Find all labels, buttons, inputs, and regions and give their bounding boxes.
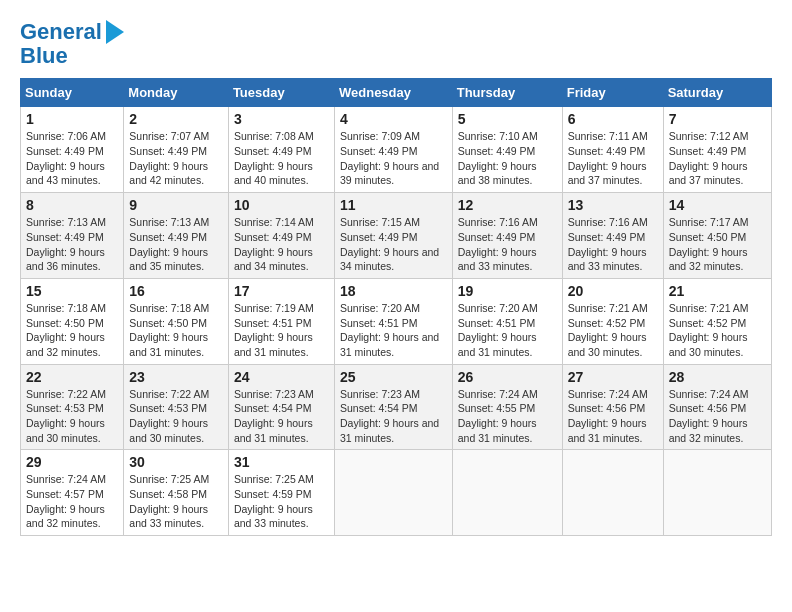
day-number: 20 — [568, 283, 658, 299]
calendar-week-row: 1Sunrise: 7:06 AMSunset: 4:49 PMDaylight… — [21, 107, 772, 193]
table-row: 27Sunrise: 7:24 AMSunset: 4:56 PMDayligh… — [562, 364, 663, 450]
calendar-header: Sunday Monday Tuesday Wednesday Thursday… — [21, 79, 772, 107]
table-row — [334, 450, 452, 536]
col-saturday: Saturday — [663, 79, 771, 107]
day-info: Sunrise: 7:08 AMSunset: 4:49 PMDaylight:… — [234, 130, 314, 186]
table-row: 24Sunrise: 7:23 AMSunset: 4:54 PMDayligh… — [228, 364, 334, 450]
day-number: 5 — [458, 111, 557, 127]
day-number: 18 — [340, 283, 447, 299]
day-number: 16 — [129, 283, 223, 299]
table-row — [452, 450, 562, 536]
table-row: 21Sunrise: 7:21 AMSunset: 4:52 PMDayligh… — [663, 278, 771, 364]
col-sunday: Sunday — [21, 79, 124, 107]
day-info: Sunrise: 7:17 AMSunset: 4:50 PMDaylight:… — [669, 216, 749, 272]
day-number: 23 — [129, 369, 223, 385]
table-row: 8Sunrise: 7:13 AMSunset: 4:49 PMDaylight… — [21, 193, 124, 279]
day-info: Sunrise: 7:24 AMSunset: 4:56 PMDaylight:… — [669, 388, 749, 444]
col-thursday: Thursday — [452, 79, 562, 107]
header-row: Sunday Monday Tuesday Wednesday Thursday… — [21, 79, 772, 107]
logo-blue-text: Blue — [20, 44, 68, 68]
table-row: 12Sunrise: 7:16 AMSunset: 4:49 PMDayligh… — [452, 193, 562, 279]
calendar-week-row: 22Sunrise: 7:22 AMSunset: 4:53 PMDayligh… — [21, 364, 772, 450]
table-row: 11Sunrise: 7:15 AMSunset: 4:49 PMDayligh… — [334, 193, 452, 279]
day-info: Sunrise: 7:24 AMSunset: 4:56 PMDaylight:… — [568, 388, 648, 444]
col-monday: Monday — [124, 79, 229, 107]
table-row: 13Sunrise: 7:16 AMSunset: 4:49 PMDayligh… — [562, 193, 663, 279]
day-number: 30 — [129, 454, 223, 470]
table-row: 22Sunrise: 7:22 AMSunset: 4:53 PMDayligh… — [21, 364, 124, 450]
day-number: 22 — [26, 369, 118, 385]
day-number: 10 — [234, 197, 329, 213]
table-row: 10Sunrise: 7:14 AMSunset: 4:49 PMDayligh… — [228, 193, 334, 279]
day-number: 26 — [458, 369, 557, 385]
logo-text: General — [20, 20, 102, 44]
table-row: 25Sunrise: 7:23 AMSunset: 4:54 PMDayligh… — [334, 364, 452, 450]
day-info: Sunrise: 7:25 AMSunset: 4:58 PMDaylight:… — [129, 473, 209, 529]
table-row: 3Sunrise: 7:08 AMSunset: 4:49 PMDaylight… — [228, 107, 334, 193]
day-info: Sunrise: 7:21 AMSunset: 4:52 PMDaylight:… — [568, 302, 648, 358]
table-row: 14Sunrise: 7:17 AMSunset: 4:50 PMDayligh… — [663, 193, 771, 279]
day-info: Sunrise: 7:13 AMSunset: 4:49 PMDaylight:… — [26, 216, 106, 272]
header: General Blue — [20, 20, 772, 68]
col-friday: Friday — [562, 79, 663, 107]
day-number: 3 — [234, 111, 329, 127]
calendar-week-row: 8Sunrise: 7:13 AMSunset: 4:49 PMDaylight… — [21, 193, 772, 279]
table-row — [663, 450, 771, 536]
col-tuesday: Tuesday — [228, 79, 334, 107]
day-info: Sunrise: 7:16 AMSunset: 4:49 PMDaylight:… — [458, 216, 538, 272]
table-row: 9Sunrise: 7:13 AMSunset: 4:49 PMDaylight… — [124, 193, 229, 279]
day-number: 13 — [568, 197, 658, 213]
day-info: Sunrise: 7:23 AMSunset: 4:54 PMDaylight:… — [340, 388, 439, 444]
day-number: 27 — [568, 369, 658, 385]
table-row: 29Sunrise: 7:24 AMSunset: 4:57 PMDayligh… — [21, 450, 124, 536]
day-info: Sunrise: 7:22 AMSunset: 4:53 PMDaylight:… — [129, 388, 209, 444]
day-info: Sunrise: 7:12 AMSunset: 4:49 PMDaylight:… — [669, 130, 749, 186]
day-number: 31 — [234, 454, 329, 470]
day-number: 28 — [669, 369, 766, 385]
table-row: 1Sunrise: 7:06 AMSunset: 4:49 PMDaylight… — [21, 107, 124, 193]
day-info: Sunrise: 7:19 AMSunset: 4:51 PMDaylight:… — [234, 302, 314, 358]
day-number: 2 — [129, 111, 223, 127]
day-number: 7 — [669, 111, 766, 127]
day-info: Sunrise: 7:18 AMSunset: 4:50 PMDaylight:… — [129, 302, 209, 358]
table-row: 6Sunrise: 7:11 AMSunset: 4:49 PMDaylight… — [562, 107, 663, 193]
day-info: Sunrise: 7:06 AMSunset: 4:49 PMDaylight:… — [26, 130, 106, 186]
day-info: Sunrise: 7:22 AMSunset: 4:53 PMDaylight:… — [26, 388, 106, 444]
day-info: Sunrise: 7:07 AMSunset: 4:49 PMDaylight:… — [129, 130, 209, 186]
day-info: Sunrise: 7:20 AMSunset: 4:51 PMDaylight:… — [340, 302, 439, 358]
table-row: 31Sunrise: 7:25 AMSunset: 4:59 PMDayligh… — [228, 450, 334, 536]
table-row: 17Sunrise: 7:19 AMSunset: 4:51 PMDayligh… — [228, 278, 334, 364]
day-info: Sunrise: 7:16 AMSunset: 4:49 PMDaylight:… — [568, 216, 648, 272]
table-row: 7Sunrise: 7:12 AMSunset: 4:49 PMDaylight… — [663, 107, 771, 193]
day-info: Sunrise: 7:10 AMSunset: 4:49 PMDaylight:… — [458, 130, 538, 186]
day-number: 9 — [129, 197, 223, 213]
day-number: 6 — [568, 111, 658, 127]
day-number: 19 — [458, 283, 557, 299]
table-row: 23Sunrise: 7:22 AMSunset: 4:53 PMDayligh… — [124, 364, 229, 450]
table-row: 28Sunrise: 7:24 AMSunset: 4:56 PMDayligh… — [663, 364, 771, 450]
day-info: Sunrise: 7:24 AMSunset: 4:55 PMDaylight:… — [458, 388, 538, 444]
calendar-week-row: 29Sunrise: 7:24 AMSunset: 4:57 PMDayligh… — [21, 450, 772, 536]
table-row: 19Sunrise: 7:20 AMSunset: 4:51 PMDayligh… — [452, 278, 562, 364]
table-row: 16Sunrise: 7:18 AMSunset: 4:50 PMDayligh… — [124, 278, 229, 364]
table-row: 18Sunrise: 7:20 AMSunset: 4:51 PMDayligh… — [334, 278, 452, 364]
day-info: Sunrise: 7:11 AMSunset: 4:49 PMDaylight:… — [568, 130, 648, 186]
table-row: 30Sunrise: 7:25 AMSunset: 4:58 PMDayligh… — [124, 450, 229, 536]
logo: General Blue — [20, 20, 124, 68]
day-number: 11 — [340, 197, 447, 213]
day-number: 29 — [26, 454, 118, 470]
day-info: Sunrise: 7:09 AMSunset: 4:49 PMDaylight:… — [340, 130, 439, 186]
day-number: 12 — [458, 197, 557, 213]
day-info: Sunrise: 7:18 AMSunset: 4:50 PMDaylight:… — [26, 302, 106, 358]
calendar-body: 1Sunrise: 7:06 AMSunset: 4:49 PMDaylight… — [21, 107, 772, 536]
table-row: 20Sunrise: 7:21 AMSunset: 4:52 PMDayligh… — [562, 278, 663, 364]
day-info: Sunrise: 7:24 AMSunset: 4:57 PMDaylight:… — [26, 473, 106, 529]
day-info: Sunrise: 7:25 AMSunset: 4:59 PMDaylight:… — [234, 473, 314, 529]
day-info: Sunrise: 7:21 AMSunset: 4:52 PMDaylight:… — [669, 302, 749, 358]
day-number: 4 — [340, 111, 447, 127]
calendar-week-row: 15Sunrise: 7:18 AMSunset: 4:50 PMDayligh… — [21, 278, 772, 364]
table-row: 26Sunrise: 7:24 AMSunset: 4:55 PMDayligh… — [452, 364, 562, 450]
table-row: 5Sunrise: 7:10 AMSunset: 4:49 PMDaylight… — [452, 107, 562, 193]
table-row: 2Sunrise: 7:07 AMSunset: 4:49 PMDaylight… — [124, 107, 229, 193]
table-row: 4Sunrise: 7:09 AMSunset: 4:49 PMDaylight… — [334, 107, 452, 193]
